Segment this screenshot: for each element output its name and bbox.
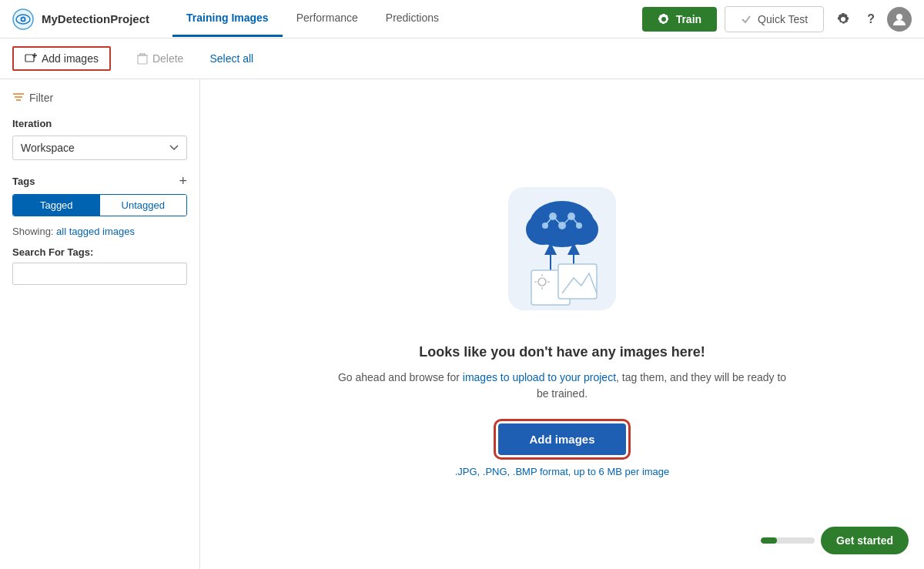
iteration-label: Iteration	[12, 118, 187, 129]
add-images-main-button[interactable]: Add images	[498, 423, 625, 455]
train-label: Train	[676, 13, 701, 25]
add-images-toolbar-button[interactable]: Add images	[12, 46, 111, 71]
svg-point-4	[896, 14, 902, 20]
get-started-container: Get started	[761, 527, 909, 554]
checkmark-icon	[741, 14, 752, 25]
add-images-icon	[25, 52, 37, 65]
tab-performance[interactable]: Performance	[283, 1, 372, 37]
tab-predictions[interactable]: Predictions	[372, 1, 453, 37]
empty-desc: Go ahead and browse for images to upload…	[331, 370, 793, 402]
showing-link[interactable]: all tagged images	[56, 226, 135, 237]
header: MyDetectionProject Training Images Perfo…	[0, 0, 924, 38]
iteration-select[interactable]: Workspace	[12, 136, 187, 160]
empty-illustration	[485, 172, 639, 326]
filter-row[interactable]: Filter	[12, 92, 187, 104]
tag-toggle: Tagged Untagged	[12, 194, 187, 216]
project-name: MyDetectionProject	[42, 12, 149, 25]
svg-point-3	[22, 18, 25, 20]
untagged-button[interactable]: Untagged	[100, 195, 187, 216]
select-all-label: Select all	[209, 52, 253, 65]
avatar-icon	[892, 12, 907, 27]
settings-button[interactable]	[832, 8, 855, 31]
main-content: Looks like you don't have any images her…	[200, 79, 924, 569]
empty-desc-prefix: Go ahead and browse for	[338, 371, 463, 383]
tags-title: Tags	[12, 176, 35, 187]
filter-label: Filter	[29, 92, 53, 104]
empty-title: Looks like you don't have any images her…	[419, 344, 705, 360]
layout: Filter Iteration Workspace Tags + Tagged…	[0, 79, 924, 569]
showing-text: Showing: all tagged images	[12, 226, 187, 237]
showing-prefix: Showing:	[12, 226, 56, 237]
delete-label: Delete	[152, 52, 183, 65]
empty-state: Looks like you don't have any images her…	[331, 172, 793, 477]
progress-bar-fill	[761, 537, 777, 544]
user-avatar[interactable]	[887, 7, 912, 32]
add-images-toolbar-label: Add images	[42, 52, 99, 65]
help-icon: ?	[867, 12, 875, 26]
add-tag-button[interactable]: +	[179, 174, 187, 188]
train-button[interactable]: Train	[642, 7, 717, 32]
svg-rect-8	[138, 55, 147, 64]
select-all-button[interactable]: Select all	[209, 52, 253, 65]
help-button[interactable]: ?	[862, 8, 879, 31]
tags-header: Tags +	[12, 174, 187, 188]
progress-bar	[761, 537, 815, 544]
delete-button[interactable]: Delete	[126, 48, 194, 69]
quick-test-label: Quick Test	[758, 13, 808, 25]
get-started-button[interactable]: Get started	[821, 527, 909, 554]
toolbar: Add images Delete Select all	[0, 38, 924, 79]
search-label: Search For Tags:	[12, 246, 187, 258]
header-nav: Training Images Performance Predictions	[172, 1, 642, 37]
filter-icon	[12, 92, 25, 103]
gear-icon	[658, 13, 670, 25]
logo-container: MyDetectionProject	[12, 8, 149, 30]
sidebar: Filter Iteration Workspace Tags + Tagged…	[0, 79, 200, 569]
tab-training-images[interactable]: Training Images	[172, 1, 283, 37]
search-input[interactable]	[12, 263, 187, 285]
format-info: .JPG, .PNG, .BMP format, up to 6 MB per …	[455, 466, 670, 477]
delete-icon	[137, 52, 148, 65]
tagged-button[interactable]: Tagged	[13, 195, 100, 216]
app-logo-icon	[12, 8, 34, 30]
settings-icon	[836, 12, 850, 26]
header-actions: Train Quick Test ?	[642, 6, 912, 32]
empty-desc-link[interactable]: images to upload to your project	[463, 371, 616, 383]
quick-test-button[interactable]: Quick Test	[725, 6, 824, 32]
